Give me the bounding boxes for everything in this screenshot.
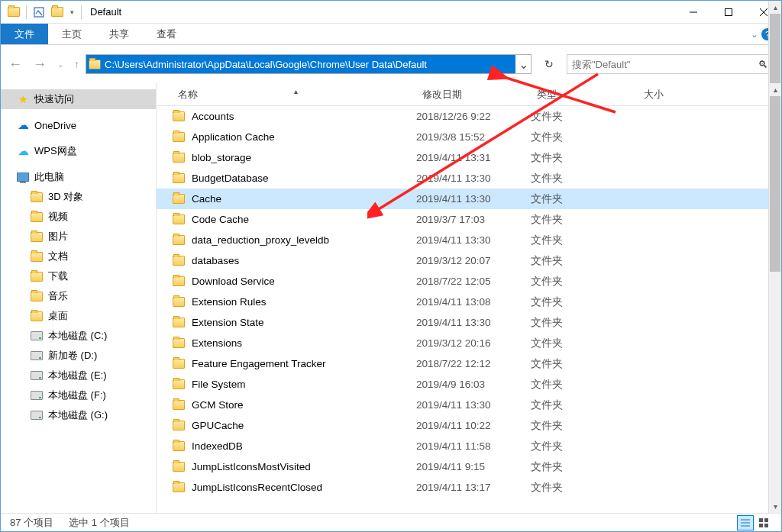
sidebar-wps[interactable]: WPS网盘 [1, 141, 156, 161]
address-path[interactable]: C:\Users\Administrator\AppData\Local\Goo… [102, 59, 515, 70]
forward-button[interactable]: → [33, 56, 47, 73]
file-name: Cache [192, 193, 221, 205]
column-size[interactable]: 大小 [638, 88, 714, 102]
folder-icon [30, 289, 44, 303]
file-row[interactable]: Extension Rules2019/4/11 13:08文件夹 [157, 292, 781, 312]
file-type: 文件夹 [531, 337, 638, 350]
tab-view[interactable]: 查看 [143, 24, 190, 44]
svg-rect-9 [764, 518, 768, 522]
file-row[interactable]: BudgetDatabase2019/4/11 13:30文件夹 [157, 168, 781, 189]
file-row[interactable]: Cache2019/4/11 13:30文件夹 [157, 189, 781, 209]
file-date: 2019/4/11 10:22 [416, 420, 531, 431]
sidebar-item-label: 本地磁盘 (C:) [48, 329, 107, 343]
column-name[interactable]: 名称 ▴ [172, 88, 416, 102]
file-row[interactable]: Download Service2018/7/22 12:05文件夹 [157, 271, 781, 292]
file-row[interactable]: GCM Store2019/4/11 13:30文件夹 [157, 395, 781, 415]
file-row[interactable]: Accounts2018/12/26 9:22文件夹 [157, 106, 781, 127]
file-tab[interactable]: 文件 [1, 24, 48, 44]
sidebar-item[interactable]: 新加卷 (D:) [1, 346, 156, 366]
sidebar-item-label: 3D 对象 [48, 190, 83, 204]
file-row[interactable]: blob_storage2019/4/11 13:31文件夹 [157, 147, 781, 168]
file-row[interactable]: databases2019/3/12 20:07文件夹 [157, 250, 781, 271]
drive-icon [30, 408, 44, 422]
sort-arrow-icon: ▴ [294, 87, 298, 95]
svg-rect-8 [759, 518, 763, 522]
folder-icon [172, 460, 186, 474]
scroll-down-icon[interactable]: ▾ [769, 500, 781, 513]
maximize-button[interactable] [711, 1, 746, 24]
folder-icon [30, 190, 44, 204]
sidebar-item[interactable]: 本地磁盘 (C:) [1, 326, 156, 346]
refresh-button[interactable]: ↻ [538, 58, 561, 70]
file-row[interactable]: Code Cache2019/3/7 17:03文件夹 [157, 209, 781, 230]
navigation-pane[interactable]: 快速访问 OneDrive WPS网盘 此电脑 3D 对象视频图片文档下载音乐桌… [1, 83, 157, 513]
address-folder-icon [88, 57, 102, 71]
qat-customize-icon[interactable]: ▾ [67, 8, 77, 16]
search-input[interactable] [572, 59, 758, 70]
address-bar[interactable]: C:\Users\Administrator\AppData\Local\Goo… [86, 54, 532, 74]
sidebar-item[interactable]: 图片 [1, 227, 156, 247]
qat-properties-icon[interactable] [31, 4, 47, 21]
sidebar-item-label: 视频 [48, 210, 68, 224]
ribbon-expand-icon[interactable]: ⌄ [751, 29, 758, 40]
tab-share[interactable]: 共享 [95, 24, 143, 44]
view-large-button[interactable] [755, 515, 772, 530]
file-type: 文件夹 [531, 234, 638, 247]
file-date: 2019/4/11 13:30 [416, 399, 531, 411]
sidebar-item[interactable]: 本地磁盘 (E:) [1, 366, 156, 385]
file-row[interactable]: JumpListIconsMostVisited2019/4/11 9:15文件… [157, 456, 781, 477]
column-date[interactable]: 修改日期 [416, 88, 531, 102]
sidebar-item-label: 本地磁盘 (G:) [48, 408, 108, 422]
view-details-button[interactable] [737, 515, 754, 530]
folder-icon [172, 440, 186, 453]
folder-icon [172, 337, 186, 350]
sidebar-quick-access[interactable]: 快速访问 [1, 89, 156, 109]
window-title: Default [90, 6, 121, 18]
scroll-up-icon[interactable]: ▴ [769, 83, 781, 96]
address-dropdown-icon[interactable]: ⌄ [515, 55, 531, 73]
recent-dropdown-icon[interactable]: ⌄ [57, 60, 63, 69]
sidebar-item[interactable]: 下载 [1, 266, 156, 286]
back-button[interactable]: ← [8, 56, 22, 73]
file-list[interactable]: 名称 ▴ 修改日期 类型 大小 Accounts2018/12/26 9:22文… [157, 83, 781, 513]
star-icon [16, 92, 30, 106]
search-icon[interactable]: 🔍︎ [758, 59, 768, 70]
sidebar-onedrive[interactable]: OneDrive [1, 115, 156, 135]
status-item-count: 87 个项目 [10, 516, 53, 530]
sidebar-item[interactable]: 本地磁盘 (F:) [1, 385, 156, 405]
file-name: GPUCache [192, 420, 244, 431]
app-icon[interactable] [5, 4, 22, 21]
file-row[interactable]: data_reduction_proxy_leveldb2019/4/11 13… [157, 230, 781, 250]
sidebar-item[interactable]: 文档 [1, 247, 156, 266]
file-date: 2019/4/11 13:30 [416, 172, 531, 184]
sidebar-item[interactable]: 音乐 [1, 286, 156, 306]
tab-home[interactable]: 主页 [48, 24, 95, 44]
scroll-thumb[interactable] [770, 96, 780, 272]
file-row[interactable]: JumpListIconsRecentClosed2019/4/11 13:17… [157, 477, 781, 498]
up-button[interactable]: ↑ [74, 58, 79, 70]
file-row[interactable]: GPUCache2019/4/11 10:22文件夹 [157, 415, 781, 436]
folder-icon [30, 210, 44, 224]
sidebar-this-pc[interactable]: 此电脑 [1, 167, 156, 187]
sidebar-item[interactable]: 视频 [1, 207, 156, 227]
sidebar-item[interactable]: 桌面 [1, 306, 156, 326]
file-row[interactable]: Extensions2019/3/12 20:16文件夹 [157, 333, 781, 353]
qat-newfolder-icon[interactable] [49, 4, 66, 21]
file-row[interactable]: Feature Engagement Tracker2018/7/22 12:1… [157, 353, 781, 374]
file-row[interactable]: Application Cache2019/3/8 15:52文件夹 [157, 127, 781, 147]
column-type[interactable]: 类型 [531, 88, 638, 102]
file-name: BudgetDatabase [192, 172, 269, 184]
sidebar-item[interactable]: 3D 对象 [1, 187, 156, 207]
file-row[interactable]: File System2019/4/9 16:03文件夹 [157, 374, 781, 395]
minimize-button[interactable] [676, 1, 711, 24]
folder-icon [172, 254, 186, 268]
file-type: 文件夹 [531, 357, 638, 371]
search-box[interactable]: 🔍︎ [567, 54, 774, 74]
folder-icon [172, 275, 186, 289]
file-row[interactable]: Extension State2019/4/11 13:30文件夹 [157, 312, 781, 333]
sidebar-item[interactable]: 本地磁盘 (G:) [1, 405, 156, 425]
file-date: 2019/3/12 20:16 [416, 337, 531, 349]
sidebar-item-label: 此电脑 [34, 170, 64, 184]
file-row[interactable]: IndexedDB2019/4/11 11:58文件夹 [157, 436, 781, 456]
filelist-scrollbar[interactable]: ▴ ▾ [768, 83, 781, 513]
